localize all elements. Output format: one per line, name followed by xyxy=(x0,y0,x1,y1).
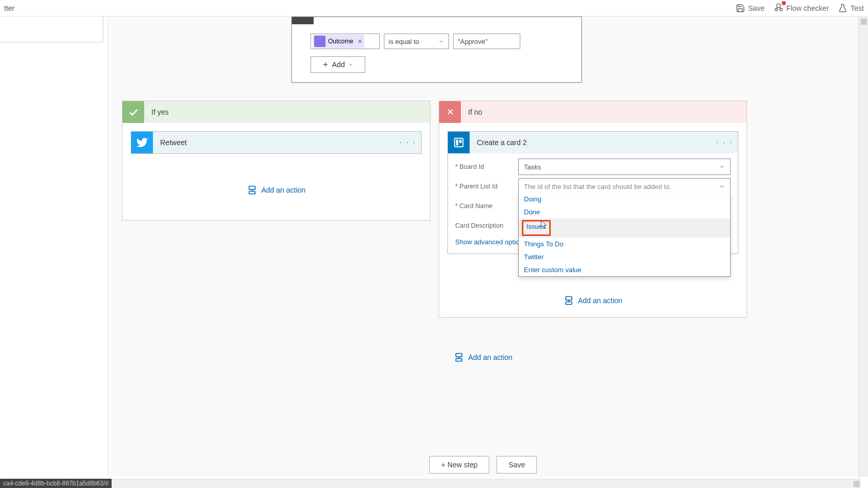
page-title-fragment: tter xyxy=(4,4,14,12)
save-button-top[interactable]: Save xyxy=(736,4,765,13)
save-icon xyxy=(736,4,745,13)
test-icon xyxy=(838,4,847,13)
flow-checker-icon xyxy=(774,3,783,12)
flow-checker-label: Flow checker xyxy=(786,4,829,12)
flow-checker-button[interactable]: Flow checker xyxy=(774,3,829,13)
test-label: Test xyxy=(850,4,864,12)
test-button[interactable]: Test xyxy=(838,4,864,13)
svg-point-0 xyxy=(777,4,781,8)
svg-point-1 xyxy=(775,8,778,11)
save-label: Save xyxy=(748,4,765,12)
svg-point-2 xyxy=(780,8,782,11)
